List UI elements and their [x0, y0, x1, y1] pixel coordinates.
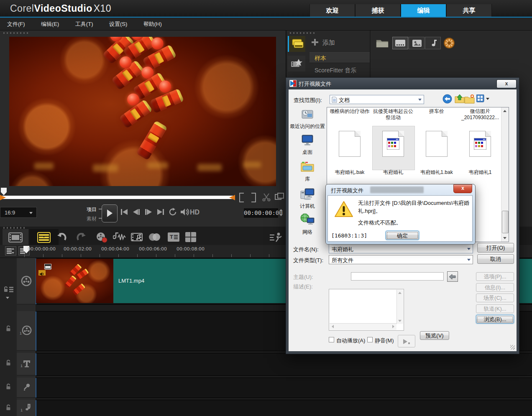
instant-project-button[interactable] — [288, 56, 305, 71]
folder-label[interactable]: 拼车价 — [415, 108, 458, 115]
up-one-level-icon[interactable] — [455, 94, 465, 104]
enlarge-preview-icon[interactable] — [274, 192, 284, 202]
library-category-scorefitter[interactable]: ScoreFitter 音乐 — [309, 65, 370, 76]
motion-tracking-icon[interactable] — [269, 232, 283, 243]
library-category-sample[interactable]: 样本 — [309, 52, 370, 63]
record-capture-icon[interactable] — [95, 232, 108, 243]
mark-in-icon[interactable] — [239, 193, 244, 202]
place-desktop[interactable]: 桌面 — [289, 134, 326, 156]
lock-icon[interactable] — [5, 360, 11, 366]
file-label[interactable]: 韦府婚礼1 — [458, 169, 502, 176]
file-label-selected[interactable]: 韦府婚礼 — [371, 169, 415, 176]
mark-out-icon[interactable] — [251, 193, 256, 202]
ok-button[interactable]: 确定 — [386, 231, 419, 240]
smart-proxy-wheel-icon[interactable] — [443, 37, 455, 49]
place-recent[interactable]: 最近访问的位置 — [289, 108, 326, 130]
play-button[interactable] — [102, 204, 118, 222]
open-button[interactable]: 打开(O) — [477, 243, 514, 253]
back-button-icon[interactable] — [442, 94, 452, 104]
dialog-titlebar[interactable]: 打开视频文件 x — [286, 78, 519, 89]
prev-frame-icon[interactable] — [132, 208, 141, 216]
dialog-close-button[interactable]: x — [496, 79, 517, 88]
add-category-button[interactable]: 添加 — [322, 39, 335, 47]
filter-photo-button[interactable] — [409, 37, 425, 49]
menu-settings[interactable]: 设置(S) — [102, 18, 134, 28]
sound-mixer-icon[interactable] — [113, 232, 127, 243]
place-computer[interactable]: 计算机 — [289, 187, 326, 210]
tab-capture[interactable]: 捕获 — [355, 4, 401, 17]
new-folder-icon[interactable] — [464, 94, 475, 104]
filter-video-button[interactable] — [392, 37, 408, 49]
trim-bar[interactable] — [2, 196, 233, 199]
lock-icon[interactable] — [5, 325, 11, 332]
mute-checkbox[interactable] — [367, 337, 373, 342]
menu-file[interactable]: 文件(F) — [0, 18, 32, 28]
music-track[interactable] — [36, 400, 532, 416]
repeat-icon[interactable] — [168, 208, 177, 216]
tracks-button[interactable]: 轨道(K)... — [476, 304, 514, 313]
aspect-ratio-select[interactable]: 16:9 — [0, 207, 37, 218]
scroll-down-icon[interactable] — [503, 237, 506, 239]
next-frame-icon[interactable] — [144, 208, 153, 216]
filter-audio-button[interactable] — [425, 37, 441, 49]
browse-button[interactable]: 浏览(B)... — [476, 315, 514, 324]
file-name-combobox[interactable]: 韦府婚礼 — [329, 244, 473, 253]
menu-help[interactable]: 帮助(H) — [136, 18, 169, 28]
file-list-scrollbar[interactable] — [501, 107, 509, 242]
file-icon-project[interactable] — [382, 131, 404, 157]
folder-label[interactable]: 颈椎病的治疗动作 — [328, 108, 371, 115]
import-folder-icon[interactable] — [376, 38, 389, 48]
storyboard-view-button[interactable] — [3, 229, 28, 246]
preview-button[interactable]: 预览(V) — [420, 331, 449, 340]
video-track-header[interactable] — [17, 258, 36, 304]
panel-grip[interactable] — [290, 32, 316, 34]
info-button[interactable]: 信息(I)... — [476, 283, 514, 292]
folder-label[interactable]: 微信图片_20170930222... — [458, 108, 502, 121]
description-box[interactable] — [329, 289, 404, 331]
lock-icon[interactable] — [5, 383, 11, 390]
folder-label[interactable]: 抗倭英雄韦起云公祭活动 — [371, 108, 415, 121]
split-screen-icon[interactable] — [185, 232, 197, 242]
undo-icon[interactable] — [56, 232, 68, 242]
voice-track[interactable] — [36, 378, 532, 398]
menu-edit[interactable]: 编辑(E) — [34, 18, 66, 28]
volume-icon[interactable] — [180, 208, 190, 216]
play-preview-button[interactable] — [398, 335, 415, 347]
redo-icon[interactable] — [75, 232, 87, 242]
revert-subject-button[interactable] — [447, 271, 458, 282]
timecode-spinner[interactable] — [279, 208, 284, 217]
dialog-resize-grip[interactable] — [510, 345, 515, 350]
file-type-combobox[interactable]: 所有文件 — [329, 255, 473, 264]
media-library-button[interactable] — [288, 36, 305, 52]
timeline-view-button[interactable] — [29, 229, 59, 246]
autoplay-checkbox[interactable] — [329, 337, 334, 342]
place-libraries[interactable]: 库 — [289, 161, 326, 183]
transition-icon[interactable] — [147, 232, 161, 242]
scroll-up-icon[interactable] — [503, 110, 506, 112]
voice-track-header[interactable] — [17, 378, 36, 398]
tab-share[interactable]: 共享 — [446, 4, 492, 17]
mode-clip-label[interactable]: 素材 — [87, 215, 97, 222]
file-icon-project[interactable] — [469, 131, 491, 157]
place-network[interactable]: 网络 — [289, 213, 326, 236]
timecode-display[interactable]: 00:00:00:00 — [243, 208, 279, 218]
options-button[interactable]: 选项(P)... — [476, 272, 514, 281]
chevron-down-icon[interactable] — [486, 98, 489, 100]
ripple-edit-lock-icon[interactable] — [3, 286, 14, 293]
lock-icon[interactable] — [5, 404, 11, 411]
subject-field[interactable] — [351, 272, 444, 281]
mode-project-label[interactable]: 项目 — [87, 206, 97, 213]
overlay-track-header[interactable]: 1 — [17, 311, 36, 351]
cancel-button[interactable]: 取消 — [477, 254, 514, 264]
preview-playhead[interactable] — [1, 188, 7, 195]
track-manager-icon[interactable] — [5, 246, 16, 255]
look-in-combobox[interactable]: 文档 — [330, 95, 424, 104]
go-start-icon[interactable] — [120, 208, 129, 216]
music-track-header[interactable]: 1 — [17, 400, 36, 416]
scenes-button[interactable]: 场景(C)... — [476, 293, 514, 302]
title-track[interactable] — [36, 353, 532, 376]
title-track-header[interactable]: 1 — [17, 353, 36, 375]
panel-grip[interactable] — [3, 32, 29, 34]
file-label[interactable]: 韦府婚礼.bak — [328, 169, 371, 176]
menu-tools[interactable]: 工具(T) — [68, 18, 100, 28]
